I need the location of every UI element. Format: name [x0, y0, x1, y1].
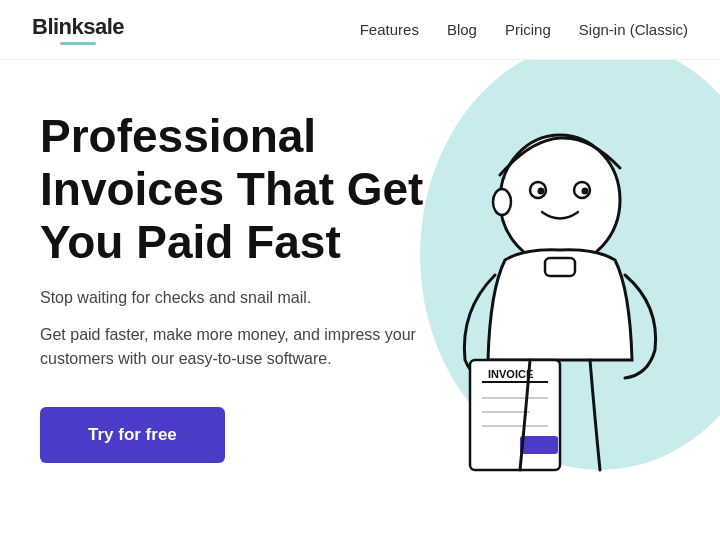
nav-pricing[interactable]: Pricing — [505, 21, 551, 38]
hero-content: Professional Invoices That Get You Paid … — [40, 110, 530, 463]
nav-features[interactable]: Features — [360, 21, 419, 38]
svg-point-4 — [582, 188, 589, 195]
nav-signin[interactable]: Sign-in (Classic) — [579, 21, 688, 38]
subtext-1: Stop waiting for checks and snail mail. — [40, 289, 420, 307]
try-for-free-button[interactable]: Try for free — [40, 407, 225, 463]
main-content: INVOICE Professional Invoices That Get Y… — [0, 60, 720, 536]
logo[interactable]: Blinksale — [32, 14, 124, 40]
logo-underline — [60, 42, 96, 45]
svg-rect-6 — [545, 258, 575, 276]
subtext-2: Get paid faster, make more money, and im… — [40, 323, 430, 371]
nav: Features Blog Pricing Sign-in (Classic) — [360, 21, 688, 38]
svg-point-3 — [538, 188, 545, 195]
logo-area: Blinksale — [0, 14, 124, 45]
headline: Professional Invoices That Get You Paid … — [40, 110, 460, 269]
header: Blinksale Features Blog Pricing Sign-in … — [0, 0, 720, 60]
nav-blog[interactable]: Blog — [447, 21, 477, 38]
